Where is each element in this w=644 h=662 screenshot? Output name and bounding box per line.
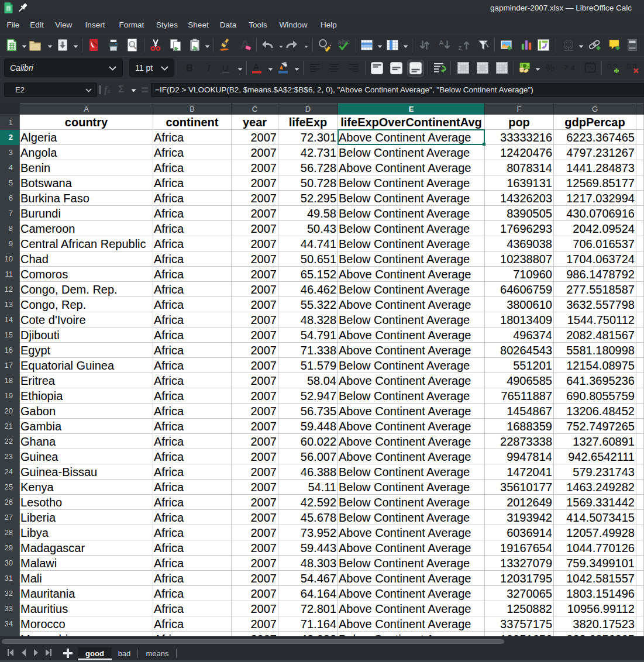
svg-text:z: z	[458, 44, 462, 51]
svg-text:U: U	[222, 63, 228, 73]
svg-text:B: B	[186, 63, 193, 73]
svg-text:abc: abc	[338, 38, 350, 46]
svg-text:A: A	[253, 62, 260, 71]
svg-text:I: I	[206, 63, 211, 74]
svg-text:7.4: 7.4	[564, 64, 575, 73]
svg-text:%: %	[546, 63, 555, 74]
svg-text:A: A	[439, 39, 444, 46]
